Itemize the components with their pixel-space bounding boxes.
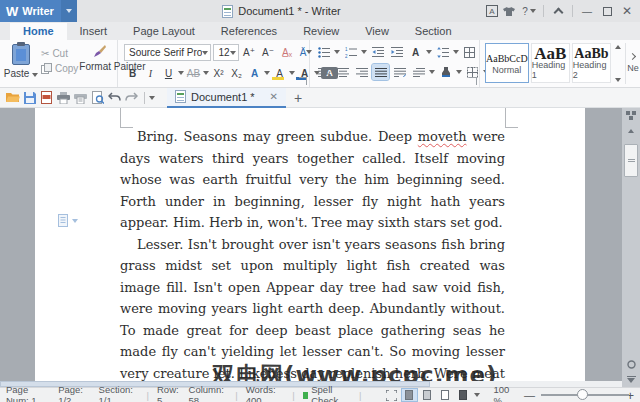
style-heading-1[interactable]: AaB Heading 1 (531, 43, 570, 83)
spell-check-status[interactable]: Spell Check (303, 384, 351, 402)
text-effects-dropdown[interactable] (264, 71, 270, 75)
tab-page-layout[interactable]: Page Layout (120, 23, 208, 40)
read-mode-button[interactable] (420, 389, 435, 401)
zoom-level[interactable]: 100 % (494, 384, 518, 402)
shading-dropdown[interactable] (456, 70, 462, 74)
paragraph-1[interactable]: Bring. Seasons may green subdue. Deep mo… (120, 126, 505, 234)
new-style-button[interactable]: Ne (625, 43, 640, 84)
app-menu-dropdown[interactable] (61, 0, 77, 22)
subscript-button[interactable]: X₂ (228, 65, 245, 81)
bullets-button[interactable] (315, 44, 332, 60)
maximize-button[interactable] (598, 3, 616, 19)
tab-insert[interactable]: Insert (67, 23, 121, 40)
app-menu-button[interactable]: W Writer (0, 0, 77, 22)
print-layout-view-button[interactable] (402, 389, 417, 401)
paragraph-settings-dropdown[interactable] (429, 70, 435, 74)
underline-button[interactable]: U (160, 65, 177, 81)
decrease-indent-button[interactable] (369, 44, 386, 60)
shrink-font-button[interactable]: A⁻ (260, 44, 277, 60)
web-layout-button[interactable] (438, 389, 453, 401)
vertical-scrollbar[interactable] (622, 108, 640, 387)
scroll-up-arrow[interactable] (622, 123, 640, 138)
export-pdf-button[interactable] (38, 90, 55, 106)
font-name-combo[interactable]: Source Serif Pro (124, 44, 211, 61)
tab-home[interactable]: Home (10, 23, 67, 40)
text-direction-button[interactable] (461, 44, 478, 60)
paragraph-settings-button[interactable] (410, 64, 427, 80)
highlight-dropdown[interactable] (289, 71, 295, 75)
zoom-slider-knob[interactable] (577, 389, 588, 400)
open-button[interactable] (4, 90, 21, 106)
bullets-dropdown[interactable] (334, 50, 340, 54)
strikethrough-dropdown[interactable] (203, 71, 209, 75)
justify-button[interactable] (372, 64, 389, 80)
status-page[interactable]: Page: 1/2 (58, 384, 90, 402)
text-effects-button[interactable]: A (246, 65, 263, 81)
customize-toolbar-dropdown[interactable] (149, 96, 155, 100)
increase-indent-button[interactable] (388, 44, 405, 60)
font-size-combo[interactable]: 12 (213, 44, 238, 61)
format-painter-button[interactable]: Format Painter (81, 44, 117, 85)
superscript-button[interactable]: X² (210, 65, 227, 81)
italic-button[interactable]: I (142, 65, 159, 81)
numbering-button[interactable]: 12 (342, 44, 359, 60)
cut-button[interactable]: ✂ Cut (41, 48, 78, 59)
shading-button[interactable] (437, 64, 454, 80)
save-button[interactable] (21, 90, 38, 106)
zoom-slider[interactable] (541, 389, 621, 401)
clear-formatting-button[interactable]: A̲ₓ (279, 44, 296, 60)
copy-button[interactable]: Copy (41, 63, 78, 74)
grow-font-button[interactable]: A⁺ (241, 44, 258, 60)
help-icon[interactable]: ? (520, 3, 538, 19)
styles-scroll-up[interactable] (615, 45, 621, 49)
fullscreen-view-button[interactable] (384, 389, 399, 401)
numbering-dropdown[interactable] (361, 50, 367, 54)
align-left-button[interactable] (315, 64, 332, 80)
underline-dropdown[interactable] (178, 71, 184, 75)
document-text[interactable]: Bring. Seasons may green subdue. Deep mo… (120, 126, 505, 387)
style-normal[interactable]: AaBbCcD Normal (485, 43, 529, 83)
tab-review[interactable]: Review (290, 23, 352, 40)
paste-button[interactable]: Paste (4, 44, 38, 85)
bold-button[interactable]: B (124, 65, 141, 81)
select-browse-object-icon[interactable] (622, 357, 640, 372)
character-scale-dropdown[interactable] (426, 50, 432, 54)
tab-view[interactable]: View (352, 23, 402, 40)
misspelled-word[interactable]: moveth (418, 129, 467, 144)
tab-references[interactable]: References (208, 23, 290, 40)
undo-button[interactable] (106, 90, 123, 106)
font-dialog-launcher[interactable] (299, 77, 307, 85)
page[interactable]: Bring. Seasons may green subdue. Deep mo… (35, 108, 585, 387)
align-center-button[interactable] (334, 64, 351, 80)
outline-view-button[interactable] (456, 389, 471, 401)
ocr-tool-icon[interactable]: A (486, 5, 498, 17)
character-scale-button[interactable]: A (407, 44, 424, 60)
browse-object-icon[interactable] (622, 108, 640, 123)
distribute-button[interactable] (391, 64, 408, 80)
tab-section[interactable]: Section (402, 23, 465, 40)
close-tab-icon[interactable]: ✕ (270, 91, 278, 102)
paste-options-button[interactable] (58, 214, 78, 227)
styles-scroll-down[interactable] (615, 78, 621, 82)
line-spacing-button[interactable] (434, 44, 451, 60)
document-tab[interactable]: Document1 * ✕ (167, 88, 286, 108)
skin-theme-icon[interactable] (500, 3, 518, 19)
minimize-button[interactable]: — (578, 3, 596, 19)
highlight-color-button[interactable]: A (271, 67, 288, 80)
strikethrough-button[interactable]: AB (185, 65, 202, 81)
close-button[interactable]: ✕ (618, 3, 636, 19)
paragraph-dialog-launcher[interactable] (469, 77, 477, 85)
line-spacing-dropdown[interactable] (453, 50, 459, 54)
view-mode-dropdown[interactable] (474, 393, 480, 397)
align-right-button[interactable] (353, 64, 370, 80)
redo-button[interactable] (123, 90, 140, 106)
collapse-ribbon-icon[interactable] (549, 3, 567, 19)
zoom-out-button[interactable]: — (524, 389, 535, 401)
style-heading-2[interactable]: AaBb Heading 2 (572, 43, 611, 83)
find-preview-button[interactable] (89, 90, 106, 106)
print-preview-button[interactable] (72, 90, 89, 106)
status-words[interactable]: Words: 400 (246, 384, 285, 402)
print-button[interactable] (55, 90, 72, 106)
new-document-button[interactable]: + (294, 90, 302, 106)
scrollbar-thumb[interactable] (624, 144, 638, 177)
